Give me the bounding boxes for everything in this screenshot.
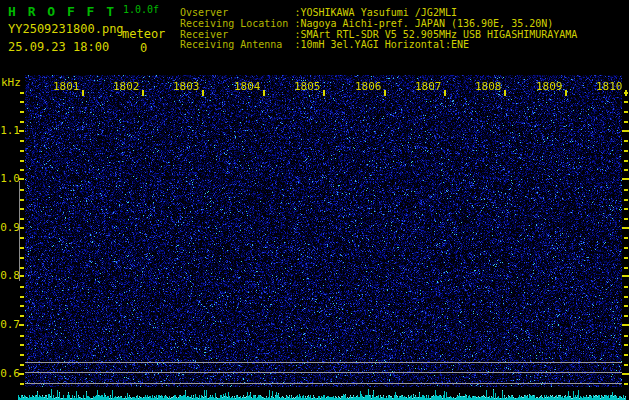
y-minor-tick-left: [20, 296, 24, 298]
reference-line: [25, 362, 622, 363]
y-major-tick-left: [19, 130, 24, 132]
hrofft-window: H R O F F T 1.0.0f YY2509231800.png mete…: [0, 0, 629, 400]
y-major-tick-left: [19, 373, 24, 375]
y-minor-tick-left: [20, 150, 24, 152]
y-minor-tick-right: [624, 383, 628, 385]
y-minor-tick-left: [20, 315, 24, 317]
meteor-count-label: meteor: [122, 27, 165, 41]
info-value: :10mH 3el.YAGI Horizontal:ENE: [294, 39, 469, 50]
y-minor-tick-right: [624, 199, 628, 201]
y-tick-label: 0.6: [0, 367, 20, 380]
y-major-tick-right: [622, 130, 629, 132]
y-minor-tick-left: [20, 305, 24, 307]
info-label: Receiver: [180, 29, 288, 40]
info-label: Ovserver: [180, 7, 288, 18]
y-minor-tick-right: [624, 160, 628, 162]
meteor-count-value: 0: [140, 41, 147, 55]
info-value: :SMArt RTL-SDR V5 52.905MHz USB HIGASHIM…: [294, 29, 577, 40]
y-minor-tick-right: [624, 189, 628, 191]
info-label: Receiving Antenna: [180, 39, 288, 50]
y-minor-tick-right: [624, 111, 628, 113]
y-minor-tick-right: [624, 140, 628, 142]
x-tick-mark: [142, 90, 144, 96]
y-tick-label: 0.9: [0, 221, 20, 234]
y-minor-tick-right: [624, 169, 628, 171]
x-tick-mark: [323, 90, 325, 96]
y-minor-tick-left: [20, 218, 24, 220]
y-minor-tick-right: [624, 121, 628, 123]
y-major-tick-right: [622, 178, 629, 180]
y-minor-tick-left: [20, 111, 24, 113]
x-tick-label: 1803: [173, 80, 200, 93]
y-major-tick-right: [622, 373, 629, 375]
y-minor-tick-left: [20, 344, 24, 346]
y-minor-tick-left: [20, 383, 24, 385]
y-minor-tick-right: [624, 315, 628, 317]
info-row: Receiving Antenna :10mH 3el.YAGI Horizon…: [180, 40, 577, 51]
y-minor-tick-left: [20, 237, 24, 239]
x-tick-mark: [504, 90, 506, 96]
y-major-tick-right: [622, 227, 629, 229]
x-tick-label: 1807: [415, 80, 442, 93]
y-major-tick-right: [622, 324, 629, 326]
y-minor-tick-left: [20, 335, 24, 337]
x-tick-label: 1810: [596, 80, 623, 93]
y-minor-tick-right: [624, 208, 628, 210]
x-tick-label: 1805: [294, 80, 321, 93]
y-tick-label: 0.7: [0, 318, 20, 331]
spectrogram-noise-field: [25, 75, 622, 387]
y-major-tick-left: [19, 178, 24, 180]
reference-line: [25, 383, 622, 384]
y-minor-tick-left: [20, 160, 24, 162]
y-minor-tick-left: [20, 247, 24, 249]
x-tick-mark: [263, 90, 265, 96]
reference-line: [25, 372, 622, 373]
left-scale-marker-line: [19, 181, 20, 281]
y-minor-tick-right: [624, 247, 628, 249]
y-major-tick-right: [622, 275, 629, 277]
y-minor-tick-left: [20, 101, 24, 103]
x-tick-mark: [82, 90, 84, 96]
x-tick-label: 1802: [113, 80, 140, 93]
y-minor-tick-right: [624, 286, 628, 288]
app-title: H R O F F T: [8, 4, 116, 19]
signal-level-trace: [18, 388, 626, 400]
x-tick-label: 1808: [475, 80, 502, 93]
y-major-tick-left: [19, 324, 24, 326]
x-tick-mark: [202, 90, 204, 96]
y-axis-unit-label: kHz: [1, 76, 21, 89]
x-tick-mark: [565, 90, 567, 96]
output-filename: YY2509231800.png: [8, 22, 124, 36]
y-minor-tick-left: [20, 140, 24, 142]
y-minor-tick-left: [20, 121, 24, 123]
y-minor-tick-right: [624, 344, 628, 346]
y-minor-tick-right: [624, 364, 628, 366]
y-minor-tick-right: [624, 218, 628, 220]
y-minor-tick-right: [624, 335, 628, 337]
y-minor-tick-left: [20, 208, 24, 210]
y-minor-tick-left: [20, 286, 24, 288]
info-label: Receiving Location: [180, 18, 288, 29]
observation-datetime: 25.09.23 18:00: [8, 40, 109, 54]
y-tick-label: 1.0: [0, 172, 20, 185]
y-minor-tick-right: [624, 92, 628, 94]
y-minor-tick-right: [624, 354, 628, 356]
x-tick-mark: [444, 90, 446, 96]
x-tick-mark: [384, 90, 386, 96]
y-minor-tick-left: [20, 92, 24, 94]
y-minor-tick-left: [20, 257, 24, 259]
station-info: Ovserver :YOSHIKAWA Yasufumi /JG2MLI Rec…: [180, 8, 577, 51]
y-minor-tick-left: [20, 199, 24, 201]
x-tick-label: 1809: [536, 80, 563, 93]
y-minor-tick-right: [624, 305, 628, 307]
y-minor-tick-left: [20, 267, 24, 269]
info-value: :Nagoya Aichi-pref. JAPAN (136.90E, 35.2…: [294, 18, 553, 29]
y-minor-tick-right: [624, 267, 628, 269]
y-minor-tick-right: [624, 257, 628, 259]
y-minor-tick-right: [624, 296, 628, 298]
x-tick-label: 1801: [53, 80, 80, 93]
app-version: 1.0.0f: [123, 4, 159, 15]
y-minor-tick-right: [624, 150, 628, 152]
y-minor-tick-left: [20, 364, 24, 366]
y-minor-tick-left: [20, 169, 24, 171]
